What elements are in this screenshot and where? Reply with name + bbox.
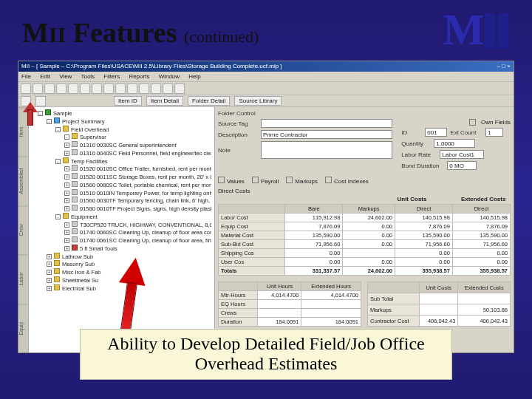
tree-node[interactable]: +01520 0010SC Office Trailer, furnished,… [32,165,211,173]
toolbar-icon[interactable] [33,83,43,94]
vtab[interactable]: Labor [18,254,28,303]
description-label: Description [218,132,258,138]
mid-tabs[interactable]: Values Payroll Markups Cost Indexes [218,177,511,185]
note-field[interactable] [261,141,392,159]
tree-node[interactable]: -Project Summary [32,117,211,126]
tree-node[interactable]: +01310 0030SC General superintendent [32,141,211,149]
window-titlebar: MII – [ Sample – C:\Program Files\USACE\… [18,61,514,72]
menu-reports[interactable]: Reports [129,73,149,80]
toolbar-icon[interactable] [21,83,31,94]
tree-node[interactable]: +01740 0060SC Cleaning Up, cleanup of fl… [32,228,211,236]
project-cost-table: Unit CostsExtended CostsSub TotalMarkups… [367,282,511,327]
bond-duration-field[interactable]: 0 MO [447,161,477,170]
toolbar-icon[interactable] [44,83,55,94]
vtab[interactable]: Assembled [18,156,28,205]
menu-window[interactable]: Window [159,73,180,80]
menu-tools[interactable]: Tools [81,73,95,80]
tree-node[interactable]: +01520 0011SC Storage Boxes, rent per mo… [32,173,211,181]
tree-node[interactable]: -Temp Facilities [32,157,211,166]
ext-count-label: Ext Count [450,129,482,136]
tab-values[interactable]: Values [218,177,245,185]
description-field[interactable]: Prime Contractor [261,130,392,139]
toolbar-icon[interactable] [115,83,126,94]
id-field[interactable]: 001 [425,128,447,137]
own-fields-checkbox[interactable] [469,119,476,126]
direct-costs-table: BareMarkupsDirectDirectLabor Cost115,912… [218,204,511,276]
source-tag-field[interactable] [261,119,392,128]
tree-node[interactable]: +01580 0010TF Project Signs, signs, high… [32,205,211,213]
labor-rate-label: Labor Rate [401,151,437,158]
toolbar-icon[interactable] [56,83,66,94]
tab-item-id[interactable]: Item ID [114,96,142,106]
tree-node[interactable]: +01560 0030TF Temporary fencing, chain l… [32,197,211,205]
tree-node[interactable]: +01560 0080SC Toilet, portable chemical,… [32,181,211,189]
mii-logo: M [443,4,516,55]
vtab[interactable]: Equip [18,304,28,352]
detail-panel: Folder Control Source Tag Description Pr… [215,107,514,352]
tab-item-detail[interactable]: Item Detail [146,96,183,106]
note-label: Note [218,147,258,154]
quantity-field[interactable]: 1.0000 [434,139,475,148]
annotation-small-arrow [25,103,35,126]
toolbar-icon[interactable] [174,83,185,94]
left-vertical-tabs[interactable]: Item Assembled Crew Labor Equip [18,107,29,352]
id-label: ID [401,129,422,136]
direct-costs-label: Direct Costs [218,188,511,194]
toolbar-icon[interactable] [127,83,137,94]
quantity-label: Quantity [401,140,431,147]
tree-node[interactable]: +01510 0010IN Temporary Power, for temp … [32,189,211,197]
folder-hours-table: Unit HoursExtended HoursMtr-Hours4,014.4… [218,282,361,327]
toolbar-icon[interactable] [68,83,78,94]
menu-bar[interactable]: File Edit View Tools Filters Reports Win… [18,72,514,82]
slide-title: MII Features (continued) [22,16,259,49]
tree-node[interactable]: -Supervisor [32,133,211,141]
ext-count-field[interactable]: 1 [485,128,503,137]
menu-filters[interactable]: Filters [103,73,120,80]
tree-node[interactable]: -Equipment [32,213,211,221]
tree-node[interactable]: -Field Overhead [32,126,211,134]
tree-node[interactable]: +01310 0040SC Field Personnel, field eng… [32,149,211,157]
toolbar-icon[interactable] [80,83,90,94]
labor-rate-field[interactable]: Labor Cost1 [440,150,484,159]
app-window: MII – [ Sample – C:\Program Files\USACE\… [18,61,514,353]
tab-folder-detail[interactable]: Folder Detail [188,96,230,106]
toolbar-icon[interactable] [151,83,161,94]
menu-file[interactable]: File [21,73,31,80]
source-tag-label: Source Tag [218,120,258,127]
tab-source-library[interactable]: Source Library [234,96,282,106]
own-fields-label: Own Fields [481,119,511,126]
toolbar-secondary: Item ID Item Detail Folder Detail Source… [18,95,514,107]
tab-cost-indexes[interactable]: Cost Indexes [325,177,369,185]
toolbar-icon[interactable] [139,83,149,94]
toolbar-icon[interactable] [92,83,102,94]
folder-control-label: Folder Control [218,110,258,117]
vtab[interactable]: Crew [18,205,28,254]
tree-node[interactable]: +5 ft Small Tools [32,245,211,253]
tab-markups[interactable]: Markups [286,177,318,185]
tree-node[interactable]: +T30CP520 TRUCK, HIGHWAY, CONVENTIONAL, … [32,221,211,229]
window-title: MII – [ Sample – C:\Program Files\USACE\… [21,61,282,72]
toolbar-icon[interactable] [163,83,173,94]
toolbar [18,82,514,95]
menu-help[interactable]: Help [188,73,200,80]
slide-caption: Ability to Develop Detailed Field/Job Of… [80,329,452,380]
unit-costs-header: Unit Costs [368,196,457,202]
tree-node[interactable]: +01740 0061SC Cleaning Up, cleanup of fl… [32,236,211,245]
toolbar-icon[interactable] [103,83,114,94]
window-controls[interactable]: – □ × [497,61,511,72]
menu-view[interactable]: View [59,73,72,80]
bond-duration-label: Bond Duration [401,163,444,169]
ext-costs-header: Extended Costs [456,196,511,202]
tree-node[interactable]: -Sample [32,109,211,117]
tab-payroll[interactable]: Payroll [252,177,279,185]
menu-edit[interactable]: Edit [40,73,50,80]
